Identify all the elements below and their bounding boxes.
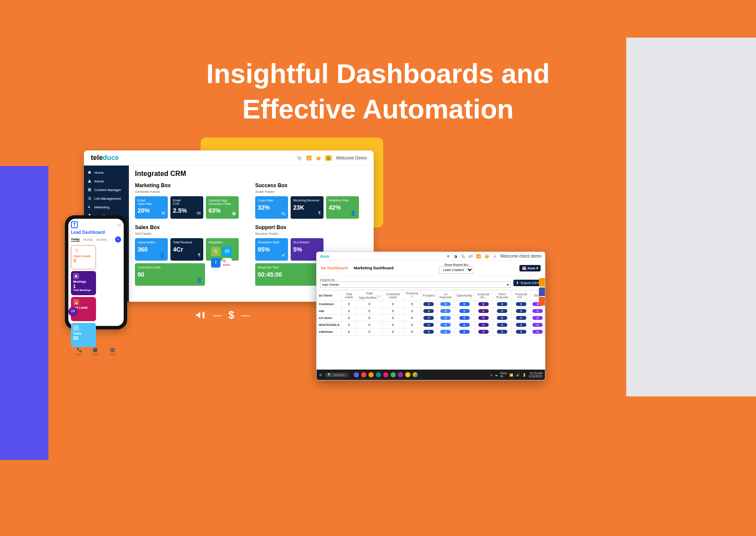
status-pill[interactable]: 0 [440, 302, 451, 306]
status-pill[interactable]: 0 [516, 323, 526, 327]
status-pill[interactable]: 0 [532, 316, 543, 320]
tb-app-1[interactable] [354, 372, 359, 377]
status-pill[interactable]: 0 [423, 309, 434, 313]
status-pill[interactable]: 0 [478, 309, 489, 313]
status-pill[interactable]: 0 [497, 323, 507, 327]
lead-owner-select[interactable]: ead Owner▾ [320, 281, 511, 288]
marketing-tile-2[interactable]: Landing PageConversion Rate 63% ◉ [206, 196, 239, 219]
tab-marketing-dashboard[interactable]: Marketing Dashboard [354, 266, 394, 270]
send-icon[interactable]: ◑ [454, 254, 457, 258]
sales-tile-1[interactable]: Total Revenue 4Cr ₹ [170, 238, 203, 261]
marketing-tile-1[interactable]: EmailCTR 2.5% ✉ [170, 196, 203, 219]
status-pill[interactable]: 0 [459, 323, 470, 327]
status-pill[interactable]: 0 [440, 330, 451, 334]
stats-icon[interactable]: 📶 [476, 254, 481, 258]
tb-app-4[interactable] [376, 372, 381, 377]
leaderboard-icon[interactable]: 📶 [306, 156, 311, 160]
marketing-tile-0[interactable]: EmailOpen Rate 20% ✉ [135, 196, 168, 219]
status-pill[interactable]: 0 [497, 330, 507, 334]
timer-icon[interactable]: ⭘ [446, 254, 450, 258]
tray-icon-1[interactable]: ☁ [495, 373, 498, 376]
sidebar-item-list[interactable]: List Management [84, 194, 129, 203]
sales-tile-0[interactable]: Oppurtunities 360 👤 [135, 238, 168, 261]
tray-wifi[interactable]: 📶 [509, 373, 513, 376]
phone-card-0[interactable]: ☰ Open Leads 5 [71, 245, 96, 269]
badge-icon[interactable]: ◎ [325, 155, 332, 161]
tray-volume[interactable]: 🔊 [516, 373, 520, 376]
status-pill[interactable]: 0 [516, 302, 526, 306]
success-tile-2[interactable]: Retention Rate 42% 👤 [326, 196, 359, 219]
tag-icon[interactable]: 🏷 [469, 254, 473, 258]
status-pill[interactable]: 0 [516, 316, 526, 320]
status-pill[interactable]: 0 [478, 302, 489, 306]
sidebar-item-admin[interactable]: Admin [84, 177, 129, 185]
status-pill[interactable]: 0 [440, 323, 451, 327]
month-picker[interactable]: 📅 June ▾ [519, 265, 541, 271]
status-pill[interactable]: 0 [516, 309, 526, 313]
status-pill[interactable]: 0 [459, 302, 470, 306]
export-csv-button[interactable]: ⬇ Export CSV [513, 280, 541, 286]
dialpad-button[interactable] [68, 307, 78, 316]
sales-tile-integration[interactable]: Integration S 99 f Ⓜmore.. [206, 238, 239, 261]
status-pill[interactable]: 0 [440, 309, 451, 313]
sidebar-item-content[interactable]: Content Manager [84, 185, 129, 194]
nav-calls[interactable]: Calls [76, 347, 82, 356]
attachments-icon[interactable]: 📎 [461, 254, 465, 258]
tb-app-5[interactable] [383, 372, 388, 377]
tray-lang[interactable]: ENG IN [500, 372, 507, 378]
status-pill[interactable]: 0 [459, 309, 470, 313]
status-pill[interactable]: 0 [423, 323, 434, 327]
support-tile-2[interactable]: Response Time 00:45:00 🏷 [255, 263, 325, 286]
status-pill[interactable]: 0 [497, 309, 507, 313]
dollar-icon: $ [228, 309, 234, 321]
success-tile-1[interactable]: Recurring Revenue 23K ₹ [291, 196, 324, 219]
avatar-icon[interactable]: ☺ [493, 254, 497, 258]
tab-monthly[interactable]: Monthly [96, 238, 107, 241]
tb-app-2[interactable] [361, 372, 366, 377]
taskbar-search[interactable]: 🔍 Search [325, 373, 349, 377]
sidebar-item-marketing[interactable]: Marketing [84, 203, 129, 211]
status-pill[interactable]: 0 [423, 302, 434, 306]
nav-tasks[interactable]: Tasks [109, 347, 116, 356]
success-tile-0[interactable]: Churn Rate 32% % [255, 196, 288, 219]
tab-sales-dashboard[interactable]: les Dashboard [321, 266, 348, 270]
phone-card-3[interactable]: ☐ Tasks 26 [71, 323, 96, 347]
tb-app-8[interactable] [405, 372, 410, 377]
tab-weekly[interactable]: Weekly [83, 238, 93, 241]
add-button[interactable]: + [115, 236, 121, 242]
tray-chevron[interactable]: ʌ [490, 373, 492, 376]
status-pill[interactable]: 0 [459, 330, 470, 334]
side-tab-2[interactable] [539, 287, 545, 296]
tb-app-7[interactable] [398, 372, 403, 377]
status-pill[interactable]: 0 [423, 316, 434, 320]
status-pill[interactable]: 0 [423, 330, 434, 334]
start-button[interactable]: ⊞ [319, 373, 322, 377]
tab-today[interactable]: Today [71, 238, 80, 242]
status-pill[interactable]: 0 [532, 323, 543, 327]
sidebar-item-home[interactable]: Home [84, 168, 129, 177]
status-pill[interactable]: 0 [532, 330, 543, 334]
attachment-icon[interactable]: 📎 [297, 156, 302, 160]
tb-app-chrome[interactable] [413, 372, 418, 377]
side-tab-1[interactable] [539, 278, 545, 287]
crown-icon[interactable]: 👑 [316, 156, 321, 160]
report-by-select[interactable]: Lead Created Date [439, 266, 474, 274]
support-tile-0[interactable]: Resolution Rate 95% ✔ [255, 238, 288, 261]
sales-tile-3[interactable]: Converted Leads 90 👤 [135, 263, 205, 286]
status-pill[interactable]: 0 [516, 330, 526, 334]
tb-app-3[interactable] [368, 372, 374, 377]
phone-card-1[interactable]: ■ Meetings 1 Total Meetings [71, 271, 96, 295]
status-pill[interactable]: 0 [478, 330, 489, 334]
nav-leads[interactable]: Leads [92, 347, 99, 356]
status-pill[interactable]: 0 [478, 316, 489, 320]
status-pill[interactable]: 0 [478, 323, 489, 327]
crown2-icon[interactable]: 👑 [484, 254, 489, 258]
status-pill[interactable]: 0 [497, 316, 507, 320]
status-pill[interactable]: 0 [440, 316, 451, 320]
status-pill[interactable]: 0 [497, 302, 507, 306]
status-pill[interactable]: 0 [459, 316, 470, 320]
side-tab-3[interactable] [539, 297, 545, 306]
tray-battery[interactable]: 🔋 [522, 373, 526, 376]
status-pill[interactable]: 0 [532, 309, 543, 313]
tb-app-6[interactable] [391, 372, 396, 377]
